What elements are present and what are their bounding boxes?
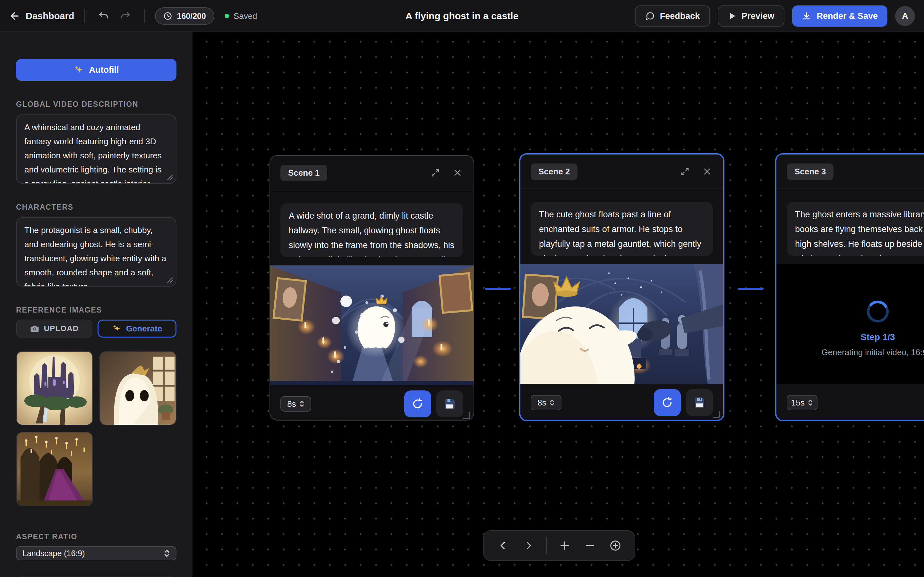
close-icon [453,168,462,177]
duration-value: 8s [537,398,546,408]
speech-bubble-icon [645,11,655,21]
reference-images-label: REFERENCE IMAGES [16,306,176,314]
scene-card-2[interactable]: Scene 2 The cute ghost floats past a lin… [519,153,724,421]
aspect-ratio-select[interactable]: Landscape (16:9) [16,546,176,560]
app-window: Dashboard 160/200 Saved A flying ghost i… [0,0,924,577]
expand-scene-button[interactable] [429,167,441,179]
scene-header: Scene 1 [270,156,473,190]
duration-select[interactable]: 8s [531,395,561,410]
generate-label: Generate [126,324,162,334]
textarea-resize-handle[interactable] [167,174,173,181]
render-save-button[interactable]: Render & Save [792,5,887,27]
expand-icon [680,167,690,176]
autofill-label: Autofill [89,65,119,75]
characters-textarea[interactable]: The protagonist is a small, chubby, and … [16,218,176,287]
reference-thumbnail-ghost[interactable] [99,351,176,425]
close-scene-button[interactable] [701,166,713,177]
autofill-button[interactable]: Autofill [16,59,176,81]
select-chevrons-icon [299,400,304,408]
scene-prompt-textarea[interactable]: A wide shot of a grand, dimly lit castle… [280,203,463,257]
next-scene-button[interactable] [517,534,540,557]
regenerate-scene-button[interactable] [404,390,431,417]
reference-thumbnail-hallway[interactable] [16,432,93,506]
saved-label: Saved [234,11,257,21]
step-label: Step 1/3 [861,332,895,342]
zoom-out-button[interactable] [579,534,602,557]
tips-card: Tips [16,576,176,577]
refresh-icon [662,397,673,408]
close-scene-button[interactable] [452,167,463,179]
feedback-button[interactable]: Feedback [635,5,710,27]
scene-prompt-textarea[interactable]: The cute ghost floats past a line of enc… [531,202,713,256]
aspect-ratio-label: ASPECT RATIO [16,532,176,541]
duration-select[interactable]: 8s [280,396,311,412]
textarea-resize-handle[interactable] [167,277,173,284]
top-bar: Dashboard 160/200 Saved A flying ghost i… [0,0,924,32]
add-scene-button[interactable] [604,534,627,557]
save-scene-button[interactable] [686,389,713,416]
camera-icon [30,324,39,334]
upload-button[interactable]: UPLOAD [16,319,92,338]
duration-value: 8s [287,399,296,409]
save-status: Saved [225,11,257,21]
card-resize-handle[interactable] [713,411,720,418]
scene-card-1[interactable]: Scene 1 A wide shot of a grand, dimly li… [270,155,474,421]
back-to-dashboard-button[interactable]: Dashboard [9,11,74,21]
scene-video-preview[interactable] [520,264,723,384]
plus-icon [559,540,570,551]
save-scene-button[interactable] [436,390,463,417]
user-avatar[interactable]: A [895,6,915,26]
feedback-label: Feedback [660,11,700,21]
scene-1-frame [270,266,473,385]
zoom-in-button[interactable] [553,534,576,557]
credits-pill[interactable]: 160/200 [155,7,214,25]
global-description-label: GLOBAL VIDEO DESCRIPTION [16,100,176,109]
characters-label: CHARACTERS [16,203,176,211]
previous-scene-button[interactable] [491,534,514,557]
undo-icon [98,10,110,22]
scene-generation-progress: Step 1/3 Generating initial video, 16:9.… [776,264,924,384]
saved-dot-icon [225,14,229,18]
canvas-toolbar [483,530,635,561]
floppy-disk-icon [443,398,456,410]
expand-scene-button[interactable] [679,165,691,177]
scene-connector-1-2 [485,288,511,290]
sparkles-icon [74,65,84,75]
global-description-textarea[interactable]: A whimsical and cozy animated fantasy wo… [16,114,176,184]
storyboard-canvas[interactable]: Scene 1 A wide shot of a grand, dimly li… [192,32,924,577]
scene-footer: 8s [520,384,723,421]
circle-plus-icon [609,540,622,552]
preview-label: Preview [741,11,774,21]
scene-card-3[interactable]: Scene 3 The ghost enters a massive libra… [775,153,924,421]
reference-thumbnail-castle[interactable] [16,351,93,425]
generate-button[interactable]: Generate [97,319,176,338]
duration-select[interactable]: 15s [787,395,817,410]
redo-button[interactable] [117,8,134,24]
minus-icon [585,540,596,551]
hallway-reference-image [17,432,92,506]
scene-header: Scene 2 [520,155,723,189]
regenerate-scene-button[interactable] [654,389,681,416]
divider [144,9,145,23]
global-description-text: A whimsical and cozy animated fantasy wo… [24,122,162,184]
spinner-icon [866,300,890,324]
select-chevrons-icon [549,399,555,406]
refresh-icon [412,398,423,410]
scene-prompt-textarea[interactable]: The ghost enters a massive library where… [787,202,924,256]
scene-badge: Scene 3 [787,163,834,180]
undo-button[interactable] [95,8,112,24]
preview-button[interactable]: Preview [718,5,784,27]
clock-icon [163,11,172,21]
settings-sidebar: Autofill GLOBAL VIDEO DESCRIPTION A whim… [0,32,192,577]
scene-2-frame [520,264,723,384]
scene-prompt-text: The ghost enters a massive library where… [795,210,924,256]
chevron-right-icon [523,541,533,550]
download-icon [802,11,811,21]
project-title: A flying ghost in a castle [405,0,519,32]
redo-icon [120,10,131,22]
card-resize-handle[interactable] [463,412,470,419]
scene-video-preview[interactable] [270,266,473,385]
credits-value: 160/200 [177,11,206,21]
scene-prompt-text: The cute ghost floats past a line of enc… [539,210,701,256]
select-chevrons-icon [808,399,813,406]
